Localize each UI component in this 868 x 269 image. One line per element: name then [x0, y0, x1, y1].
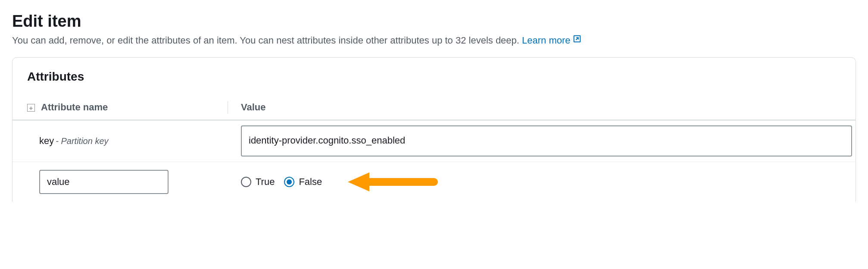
- radio-label-false: False: [299, 176, 322, 188]
- radio-option-true[interactable]: True: [241, 176, 275, 188]
- description-text: You can add, remove, or edit the attribu…: [12, 35, 522, 46]
- learn-more-link[interactable]: Learn more: [522, 35, 582, 46]
- attribute-name-input[interactable]: [39, 170, 169, 194]
- column-header-name: Attribute name: [41, 102, 108, 113]
- attributes-panel-title: Attributes: [12, 58, 856, 95]
- expand-all-icon[interactable]: +: [27, 104, 35, 112]
- radio-icon: [284, 177, 294, 187]
- table-row: True False: [12, 162, 856, 202]
- radio-option-false[interactable]: False: [284, 176, 322, 188]
- attributes-table: + Attribute name Value key - Partition k…: [12, 95, 856, 202]
- radio-icon: [241, 177, 251, 187]
- table-row: key - Partition key: [12, 120, 856, 162]
- external-link-icon: [572, 34, 582, 46]
- boolean-radio-group: True False: [241, 176, 322, 188]
- column-header-value: Value: [241, 102, 265, 113]
- attributes-panel: Attributes + Attribute name Value key - …: [12, 57, 856, 202]
- annotation-arrow-icon: [348, 169, 443, 195]
- page-title: Edit item: [12, 12, 856, 31]
- attribute-name-meta: - Partition key: [56, 136, 108, 146]
- attribute-value-input[interactable]: [241, 125, 852, 156]
- page-description: You can add, remove, or edit the attribu…: [12, 35, 856, 47]
- attribute-name-label: key: [39, 135, 54, 147]
- svg-marker-3: [348, 172, 369, 191]
- radio-label-true: True: [256, 176, 275, 188]
- table-header: + Attribute name Value: [12, 95, 856, 120]
